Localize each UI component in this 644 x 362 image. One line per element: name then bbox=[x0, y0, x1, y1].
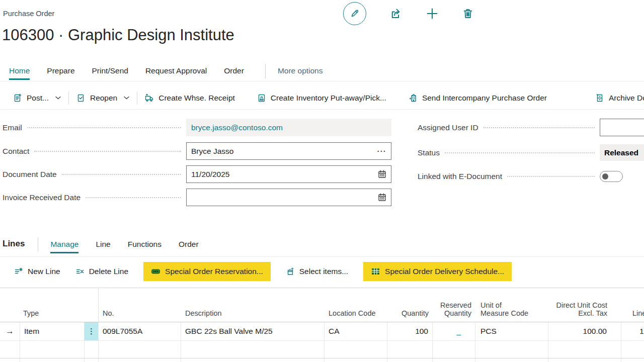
archive-document-button[interactable]: Archive Docu bbox=[595, 94, 644, 103]
plus-icon bbox=[426, 7, 439, 20]
cell-quantity[interactable]: 100 bbox=[387, 322, 433, 340]
row-menu-button[interactable]: ⋮ bbox=[85, 322, 99, 340]
cell-unit-of-measure-code[interactable]: PCS bbox=[475, 322, 548, 340]
special-order-reservation-button[interactable]: Special Order Reservation... bbox=[143, 262, 271, 281]
tab-divider bbox=[265, 64, 266, 79]
create-whse-receipt-button[interactable]: Create Whse. Receipt bbox=[145, 94, 235, 103]
lines-action-bar: New Line Delete Line Special Order Reser… bbox=[14, 261, 527, 282]
system-action-bar bbox=[343, 2, 474, 25]
share-icon bbox=[389, 7, 403, 20]
assigned-user-id-label: Assigned User ID bbox=[418, 123, 478, 132]
reopen-button[interactable]: Reopen bbox=[76, 94, 117, 103]
cell-description[interactable]: GBC 22s Ball Valve M/25 bbox=[181, 322, 325, 340]
toggle-knob bbox=[602, 173, 608, 179]
ribbon-bar: Post... Reopen Create Whs bbox=[13, 87, 644, 109]
table-row-empty[interactable] bbox=[0, 341, 644, 358]
create-inventory-putaway-button[interactable]: Create Inventory Put-away/Pick... bbox=[257, 94, 386, 103]
tab-home[interactable]: Home bbox=[9, 63, 30, 80]
email-field[interactable]: bryce.jasso@contoso.com bbox=[186, 119, 391, 136]
select-items-icon bbox=[286, 267, 295, 276]
trash-icon bbox=[462, 8, 474, 20]
row-menu-column-header bbox=[85, 288, 99, 322]
contact-field[interactable]: Bryce Jasso ··· bbox=[186, 142, 391, 160]
divider bbox=[0, 109, 644, 110]
column-header-unit-of-measure-code[interactable]: Unit of Measure Code bbox=[475, 288, 548, 322]
post-document-icon bbox=[13, 94, 22, 103]
action-menu: Home Prepare Print/Send Request Approval… bbox=[9, 63, 323, 80]
special-order-delivery-schedule-button[interactable]: Special Order Delivery Schedule... bbox=[363, 262, 512, 281]
cell-location-code[interactable]: CA bbox=[325, 322, 387, 340]
column-header-location-code[interactable]: Location Code bbox=[325, 288, 387, 322]
edit-button[interactable] bbox=[343, 2, 366, 25]
new-line-button[interactable]: New Line bbox=[14, 267, 60, 276]
column-header-description[interactable]: Description bbox=[181, 288, 325, 322]
cell-direct-unit-cost[interactable]: 100.00 bbox=[548, 322, 621, 340]
post-dropdown-button[interactable] bbox=[55, 96, 61, 100]
column-header-quantity[interactable]: Quantity bbox=[387, 288, 433, 322]
cell-reserved-quantity[interactable]: _ bbox=[433, 322, 475, 340]
tab-prepare[interactable]: Prepare bbox=[47, 63, 74, 80]
more-options[interactable]: More options bbox=[278, 63, 323, 80]
purchase-order-page: Purchase Order bbox=[0, 0, 644, 362]
select-items-button[interactable]: Select items... bbox=[286, 267, 348, 276]
column-header-reserved-quantity[interactable]: Reserved Quantity bbox=[433, 288, 475, 322]
divider bbox=[0, 81, 644, 81]
lines-tab-line[interactable]: Line bbox=[96, 237, 110, 253]
dotted-leader bbox=[62, 174, 181, 175]
delete-line-button[interactable]: Delete Line bbox=[75, 267, 128, 276]
invoice-received-date-field[interactable] bbox=[186, 189, 391, 206]
archive-cabinet-icon bbox=[595, 94, 604, 103]
warehouse-receipt-icon bbox=[145, 94, 154, 103]
email-label: Email bbox=[3, 123, 22, 132]
contact-label: Contact bbox=[3, 147, 29, 156]
ribbon-separator bbox=[137, 92, 137, 105]
tab-print-send[interactable]: Print/Send bbox=[92, 63, 128, 80]
column-header-direct-unit-cost[interactable]: Direct Unit Cost Excl. Tax bbox=[548, 288, 621, 322]
lines-tab-manage[interactable]: Manage bbox=[50, 237, 78, 253]
status-label: Status bbox=[418, 148, 440, 157]
dotted-leader bbox=[86, 197, 181, 198]
column-header-type[interactable]: Type bbox=[20, 288, 85, 322]
new-document-button[interactable] bbox=[426, 7, 439, 20]
table-row-empty[interactable] bbox=[0, 358, 644, 362]
lines-tab-functions[interactable]: Functions bbox=[128, 237, 162, 253]
invoice-received-date-label: Invoice Received Date bbox=[3, 193, 80, 202]
reopen-dropdown-button[interactable] bbox=[124, 96, 129, 100]
status-badge: Released bbox=[600, 144, 644, 161]
post-button[interactable]: Post... bbox=[13, 94, 49, 103]
delete-line-icon bbox=[75, 267, 85, 276]
assigned-user-id-field[interactable] bbox=[600, 119, 644, 136]
column-header-line[interactable]: Line bbox=[621, 288, 644, 322]
cell-type[interactable]: Item bbox=[20, 322, 85, 340]
ribbon-separator bbox=[68, 92, 69, 105]
lines-divider bbox=[38, 237, 38, 251]
dotted-leader bbox=[27, 127, 181, 128]
delivery-schedule-icon bbox=[371, 267, 380, 276]
lines-tab-order[interactable]: Order bbox=[179, 237, 199, 253]
divider bbox=[0, 256, 644, 257]
new-line-icon bbox=[14, 267, 23, 276]
send-intercompany-button[interactable]: Send Intercompany Purchase Order bbox=[409, 94, 547, 103]
e-document-toggle[interactable] bbox=[600, 171, 623, 182]
dotted-leader bbox=[34, 151, 181, 152]
dotted-leader bbox=[445, 152, 595, 153]
calendar-icon[interactable] bbox=[378, 170, 386, 178]
lookup-ellipsis-icon[interactable]: ··· bbox=[377, 147, 387, 156]
dotted-leader bbox=[484, 127, 595, 128]
cell-no[interactable]: 009L7055A bbox=[99, 322, 181, 340]
cell-line[interactable]: 1 bbox=[621, 322, 644, 340]
pencil-icon bbox=[343, 2, 366, 25]
share-button[interactable] bbox=[389, 7, 403, 20]
lines-table: Type No. Description Location Code Quant… bbox=[0, 288, 644, 362]
page-caption: Purchase Order bbox=[3, 10, 54, 18]
delete-document-button[interactable] bbox=[462, 8, 474, 20]
reopen-document-icon bbox=[76, 94, 86, 103]
tab-order[interactable]: Order bbox=[224, 63, 244, 80]
column-header-no[interactable]: No. bbox=[99, 288, 181, 322]
dotted-leader bbox=[507, 176, 595, 177]
tab-request-approval[interactable]: Request Approval bbox=[145, 63, 207, 80]
calendar-icon[interactable] bbox=[378, 193, 386, 202]
inventory-putaway-icon bbox=[257, 94, 266, 103]
document-date-field[interactable]: 11/20/2025 bbox=[186, 165, 391, 183]
linked-e-document-label: Linked with E-Document bbox=[418, 172, 502, 181]
